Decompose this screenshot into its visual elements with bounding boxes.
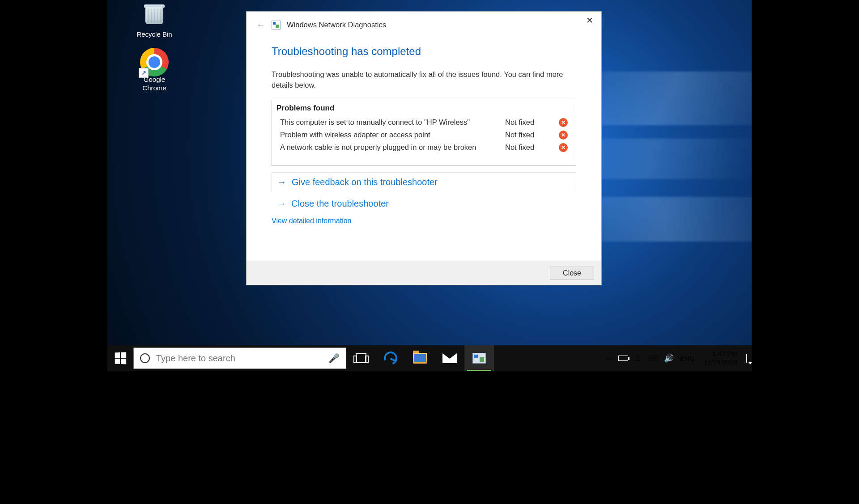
recycle-bin-shortcut[interactable]: Recycle Bin — [130, 3, 179, 39]
start-button[interactable] — [107, 345, 133, 371]
microphone-icon[interactable]: 🎤 — [328, 353, 340, 364]
diagnostics-icon — [272, 21, 281, 30]
not-fixed-icon: ✕ — [559, 143, 568, 152]
recycle-bin-icon — [143, 3, 166, 25]
edge-icon — [382, 349, 400, 367]
recycle-bin-label: Recycle Bin — [130, 30, 179, 39]
wifi-icon[interactable]: ⚠ — [634, 353, 642, 363]
network-icon[interactable]: ⦾⦾ — [648, 354, 658, 363]
search-box[interactable]: 🎤 — [133, 347, 346, 369]
chrome-icon: ↗ — [140, 48, 169, 76]
problems-found-box: Problems found This computer is set to m… — [272, 100, 576, 166]
dialog-description: Troubleshooting was unable to automatica… — [272, 69, 576, 91]
chrome-label: Google Chrome — [130, 76, 179, 93]
problem-status: Not fixed — [505, 118, 559, 127]
problem-status: Not fixed — [505, 143, 559, 152]
give-feedback-link[interactable]: → Give feedback on this troubleshooter — [272, 172, 576, 192]
date-text: 11/15/2018 — [704, 358, 737, 367]
search-input[interactable] — [156, 353, 322, 364]
chrome-shortcut[interactable]: ↗ Google Chrome — [130, 48, 179, 93]
link-label: Give feedback on this troubleshooter — [292, 177, 438, 187]
cortana-icon — [140, 353, 150, 363]
problem-row[interactable]: A network cable is not properly plugged … — [272, 141, 576, 154]
battery-icon[interactable] — [618, 355, 628, 362]
shortcut-arrow-icon: ↗ — [139, 68, 149, 78]
time-text: 1:47 PM — [704, 350, 737, 358]
dialog-title: Windows Network Diagnostics — [287, 21, 386, 29]
clock[interactable]: 1:47 PM 11/15/2018 — [701, 350, 740, 367]
task-view-icon — [356, 353, 366, 363]
task-view-button[interactable] — [346, 345, 376, 371]
problem-text: This computer is set to manually connect… — [280, 118, 505, 127]
system-tray: ︿ ⚠ ⦾⦾ 🔊 ENG 1:47 PM 11/15/2018 — [601, 350, 752, 367]
tray-overflow-icon[interactable]: ︿ — [606, 354, 612, 362]
action-center-icon[interactable] — [746, 355, 747, 362]
problem-text: A network cable is not properly plugged … — [280, 143, 505, 152]
diagnostics-app[interactable] — [464, 345, 494, 371]
mail-icon — [442, 353, 457, 363]
close-icon[interactable]: ✕ — [581, 13, 599, 28]
arrow-right-icon: → — [277, 177, 286, 187]
view-detailed-link[interactable]: View detailed information — [272, 215, 576, 225]
dialog-heading: Troubleshooting has completed — [272, 45, 576, 58]
problem-row[interactable]: This computer is set to manually connect… — [272, 116, 576, 129]
volume-icon[interactable]: 🔊 — [664, 353, 674, 363]
not-fixed-icon: ✕ — [559, 118, 568, 127]
close-troubleshooter-link[interactable]: → Close the troubleshooter — [272, 195, 576, 215]
mail-app[interactable] — [435, 345, 464, 371]
problem-status: Not fixed — [505, 131, 559, 139]
desktop: Recycle Bin ↗ Google Chrome ✕ ← Windows … — [107, 0, 752, 371]
arrow-right-icon: → — [277, 199, 286, 209]
problem-text: Problem with wireless adapter or access … — [280, 131, 505, 139]
problem-row[interactable]: Problem with wireless adapter or access … — [272, 129, 576, 141]
back-arrow-icon[interactable]: ← — [256, 20, 265, 30]
link-label: Close the troubleshooter — [291, 199, 389, 209]
windows-logo-icon — [115, 352, 126, 364]
close-button[interactable]: Close — [550, 267, 594, 280]
taskbar: 🎤 ︿ ⚠ ⦾⦾ 🔊 ENG 1:47 PM 11/15/2018 — [107, 345, 752, 371]
file-explorer-app[interactable] — [405, 345, 435, 371]
language-indicator[interactable]: ENG — [680, 355, 695, 362]
folder-icon — [413, 353, 427, 364]
network-diagnostics-dialog: ✕ ← Windows Network Diagnostics Troubles… — [246, 11, 602, 285]
diagnostics-icon — [472, 353, 486, 364]
problems-header: Problems found — [272, 104, 576, 116]
edge-app[interactable] — [376, 345, 405, 371]
not-fixed-icon: ✕ — [559, 131, 568, 140]
